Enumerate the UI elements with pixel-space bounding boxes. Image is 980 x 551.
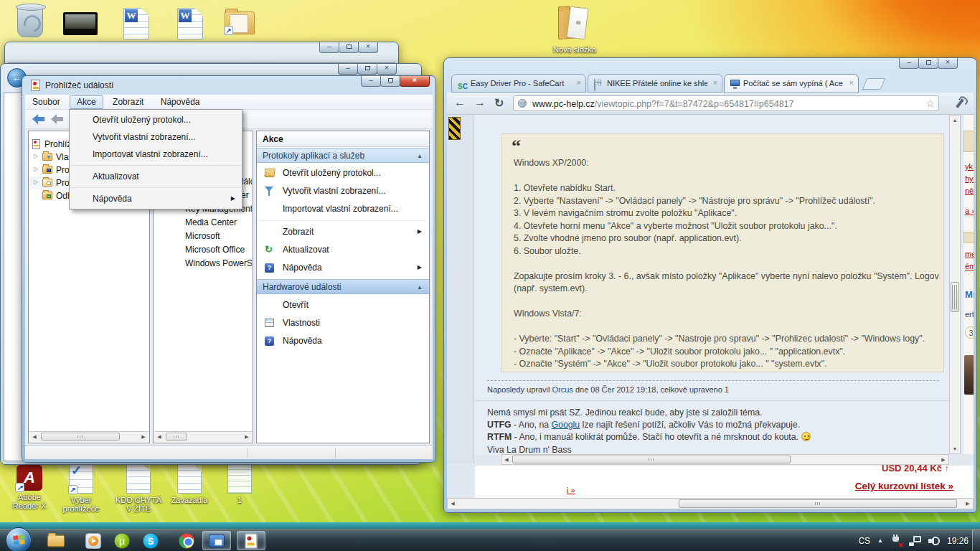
forward-icon[interactable] <box>51 115 64 123</box>
taskbar-utorrent-button[interactable]: µ <box>108 531 136 550</box>
sidebar-link[interactable]: ně <box>965 187 974 195</box>
clock[interactable]: 19:26 <box>947 536 969 546</box>
scroll-right-icon[interactable]: ▶ <box>242 432 252 441</box>
menu-soubor[interactable]: Soubor <box>25 95 67 109</box>
desktop-icon-adobe-reader[interactable]: A↗ Adobe Reader X <box>4 465 55 510</box>
show-desktop-button[interactable] <box>972 529 980 551</box>
show-hidden-icons[interactable]: ▲ <box>877 537 883 544</box>
action-refresh[interactable]: ↻Aktualizovat <box>257 241 429 259</box>
action-properties[interactable]: Vlastnosti <box>257 314 429 332</box>
minimize-button[interactable]: – <box>899 58 919 69</box>
tab-close-icon[interactable]: × <box>849 78 854 87</box>
close-button[interactable]: × <box>377 64 397 75</box>
language-indicator[interactable]: CS <box>858 536 870 546</box>
start-button[interactable] <box>6 527 32 551</box>
sidebar-link[interactable]: émy <box>965 262 974 270</box>
recycle-bin-icon[interactable] <box>9 6 52 37</box>
list-horizontal-scrollbar[interactable]: ◀ ▶ <box>154 431 252 442</box>
taskbar-chrome-button[interactable] <box>172 531 201 550</box>
post-vertical-scrollbar[interactable]: ▲ ▼ <box>949 115 961 454</box>
desktop-icon-zavazadla[interactable]: Zavazadla <box>164 463 215 504</box>
back-icon[interactable]: ← <box>454 96 466 109</box>
action-open-saved-log[interactable]: Otevřít uložený protokol... <box>257 164 429 182</box>
action-create-custom-view[interactable]: Vytvořit vlastní zobrazení... <box>257 182 429 200</box>
scroll-thumb[interactable] <box>166 433 187 441</box>
scroll-left-icon[interactable]: ◀ <box>448 499 458 508</box>
scroll-down-icon[interactable]: ▼ <box>950 444 960 453</box>
sidebar-link[interactable]: a » <box>965 207 974 215</box>
desktop-icon-1[interactable]: 1 <box>219 463 260 504</box>
taskbar-media-player-button[interactable] <box>79 531 108 550</box>
expand-icon[interactable]: ▷ <box>34 153 38 159</box>
tab-pocitac-active[interactable]: Počítač se sám vypíná ( Ace × <box>724 74 859 93</box>
menu-item-refresh[interactable]: Aktualizovat <box>70 168 242 185</box>
google-link[interactable]: Googlu <box>552 420 580 430</box>
maximize-button[interactable] <box>918 58 938 69</box>
forward-icon[interactable]: → <box>474 96 486 109</box>
menu-zobrazit[interactable]: Zobrazit <box>105 95 151 109</box>
scroll-thumb[interactable] <box>951 282 959 312</box>
list-item[interactable]: Media Center <box>154 217 252 231</box>
close-button[interactable]: × <box>358 42 378 53</box>
menu-item-create-custom-view[interactable]: Vytvořit vlastní zobrazení... <box>70 128 242 146</box>
actions-section-protokoly[interactable]: Protokoly aplikací a služeb▲ <box>257 148 429 163</box>
folder-shortcut-icon[interactable]: ↗ <box>220 11 260 34</box>
list-item[interactable]: Windows PowerShell <box>154 258 252 272</box>
collapse-icon[interactable]: ▲ <box>417 153 423 159</box>
exchange-list-link[interactable]: Celý kurzovní lístek » <box>855 481 953 491</box>
sidebar-link[interactable]: yk. <box>965 162 974 171</box>
author-link[interactable]: Orcus <box>552 385 573 394</box>
reload-icon[interactable]: ↻ <box>494 96 504 110</box>
list-item[interactable]: Microsoft <box>154 231 252 245</box>
actions-section-hardwarove[interactable]: Hardwarové události▲ <box>257 279 429 294</box>
minimize-button[interactable]: – <box>338 64 358 75</box>
maximize-button[interactable] <box>339 42 359 53</box>
action-view[interactable]: Zobrazit▶ <box>257 223 429 241</box>
action-help2[interactable]: ?Nápověda <box>257 332 429 350</box>
taskbar-app-button[interactable] <box>202 531 231 550</box>
bookmark-star-icon[interactable]: ☆ <box>925 98 935 109</box>
scroll-thumb[interactable] <box>679 499 957 508</box>
word-document-icon[interactable]: W <box>170 8 210 39</box>
network-icon[interactable] <box>909 536 921 546</box>
power-status-icon[interactable]: × <box>890 535 902 547</box>
action-import-custom-view[interactable]: Importovat vlastní zobrazení... <box>257 200 429 218</box>
browser-window[interactable]: – × SC Easy Driver Pro - SafeCart × NIKE… <box>443 57 977 513</box>
menu-item-import-custom-view[interactable]: Importovat vlastní zobrazení... <box>70 146 242 163</box>
menu-akce[interactable]: Akce <box>70 95 103 109</box>
desktop-icon-vyber-prohlizece[interactable]: ✓↗ Výběrprohlížeče <box>56 463 106 513</box>
desktop-icon-nova-slozka[interactable]: Nová složka <box>547 6 602 54</box>
minimize-button[interactable]: – <box>361 76 381 87</box>
scroll-right-icon[interactable]: ▶ <box>963 499 973 508</box>
taskbar-skype-button[interactable]: S <box>136 531 165 550</box>
close-button[interactable]: × <box>938 58 958 69</box>
desktop-icon-kdo-chyta[interactable]: KDO CHYTÁV ŽITĚ <box>109 463 168 513</box>
back-icon[interactable] <box>32 115 45 123</box>
word-document-icon[interactable]: W <box>116 8 156 39</box>
new-tab-button[interactable] <box>862 78 885 90</box>
expand-icon[interactable]: ▷ <box>34 179 38 185</box>
menu-napoveda[interactable]: Nápověda <box>154 95 207 109</box>
maximize-button[interactable] <box>357 64 377 75</box>
tab-nikee[interactable]: NIKEE Přátelé online ke shle × <box>588 74 722 93</box>
taskbar-event-viewer-button[interactable] <box>237 531 265 550</box>
close-button[interactable]: × <box>400 76 430 87</box>
menu-item-help[interactable]: Nápověda▶ <box>70 190 242 207</box>
tab-close-icon[interactable]: × <box>577 78 581 87</box>
footer-link[interactable]: i » <box>567 486 575 494</box>
tree-horizontal-scrollbar[interactable]: ◀ ▶ <box>29 431 149 442</box>
volume-icon[interactable] <box>928 536 940 546</box>
list-item[interactable]: Microsoft Office <box>154 245 252 258</box>
scroll-right-icon[interactable]: ▶ <box>138 432 149 441</box>
collapse-icon[interactable]: ▲ <box>417 284 423 291</box>
scroll-thumb[interactable] <box>512 456 791 463</box>
tab-easy-driver[interactable]: SC Easy Driver Pro - SafeCart × <box>451 74 586 93</box>
scroll-left-icon[interactable]: ◀ <box>154 432 164 441</box>
action-open[interactable]: Otevřít <box>257 296 429 314</box>
expand-icon[interactable]: ▷ <box>34 166 38 172</box>
tab-close-icon[interactable]: × <box>713 78 717 87</box>
action-help[interactable]: ?Nápověda▶ <box>257 259 429 277</box>
sidebar-link[interactable]: meti <box>965 250 974 258</box>
scroll-up-icon[interactable]: ▲ <box>950 116 960 125</box>
page-horizontal-scrollbar[interactable]: ◀ ▶ <box>447 498 974 509</box>
